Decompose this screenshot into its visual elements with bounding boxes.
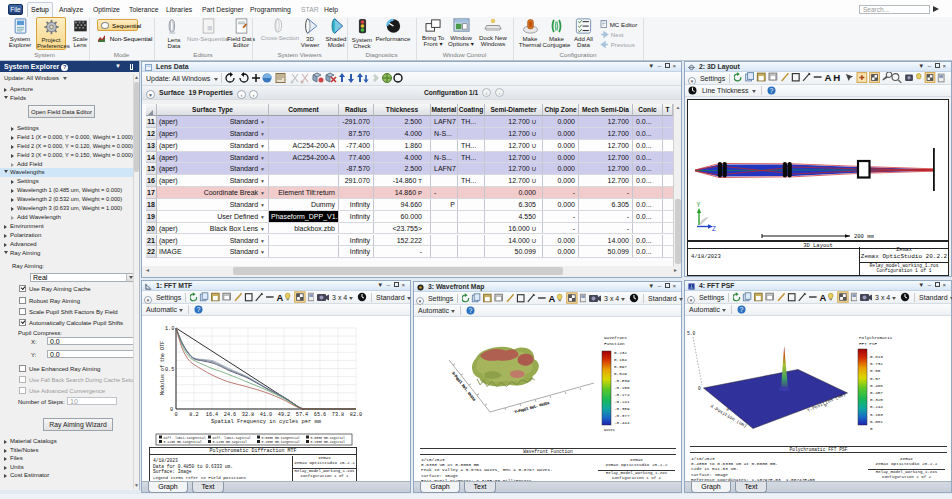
svg-text:?: ? xyxy=(197,306,201,313)
svg-text:Modulus of the OTF: Modulus of the OTF xyxy=(160,341,166,395)
svg-text:-0.309: -0.309 xyxy=(614,406,630,411)
svg-text:0: 0 xyxy=(174,412,177,418)
svg-text:0.244: 0.244 xyxy=(870,404,883,409)
svg-text:57.4: 57.4 xyxy=(296,412,308,418)
svg-text:Y: Y xyxy=(697,202,701,209)
svg-text:0.325: 0.325 xyxy=(870,397,883,402)
svg-text:0: 0 xyxy=(870,426,873,431)
svg-text:73.8: 73.8 xyxy=(332,412,344,418)
svg-text:?: ? xyxy=(469,307,473,314)
svg-text:0.65: 0.65 xyxy=(870,368,881,373)
svg-text:0.488: 0.488 xyxy=(870,383,883,388)
svg-text:0.732: 0.732 xyxy=(870,361,883,366)
svg-text:0.57: 0.57 xyxy=(870,376,881,381)
svg-text:Spatial Frequency in cycles pe: Spatial Frequency in cycles per mm xyxy=(211,419,321,425)
svg-text:0.1200 mm-sagittal: 0.1200 mm-sagittal xyxy=(213,440,248,444)
svg-text:-0.106: -0.106 xyxy=(614,385,630,390)
svg-text:A: A xyxy=(549,293,556,304)
svg-text:Wavefront: Wavefront xyxy=(604,335,628,340)
svg-text:Diff. limit-tangential: Diff. limit-tangential xyxy=(164,436,206,440)
svg-text:0.164: 0.164 xyxy=(614,357,627,362)
svg-text:?: ? xyxy=(770,87,774,94)
svg-text:0: 0 xyxy=(698,386,701,391)
svg-text:Polychromatic: Polychromatic xyxy=(859,335,893,340)
svg-text:-0.174: -0.174 xyxy=(614,392,630,397)
svg-text:0.1500 mm-tangential: 0.1500 mm-tangential xyxy=(262,440,300,444)
svg-text:-0.377: -0.377 xyxy=(614,413,630,418)
svg-text:0.0000 mm-sagittal: 0.0000 mm-sagittal xyxy=(311,436,346,440)
svg-text:A: A xyxy=(277,292,284,303)
svg-text:0.232: 0.232 xyxy=(614,350,627,355)
svg-text:0.1200 mm-tangential: 0.1200 mm-tangential xyxy=(164,440,202,444)
svg-text:24.6: 24.6 xyxy=(224,412,236,418)
svg-text:Y-Pupil Rel. Units: Y-Pupil Rel. Units xyxy=(514,401,549,414)
svg-text:200 mm: 200 mm xyxy=(854,233,875,240)
svg-text:A: A xyxy=(820,292,827,303)
svg-text:5.0: 5.0 xyxy=(687,331,696,336)
svg-text:Function: Function xyxy=(604,341,625,346)
svg-text:A: A xyxy=(825,72,832,83)
svg-text:-0.039: -0.039 xyxy=(614,378,630,383)
svg-text:0.5: 0.5 xyxy=(165,367,174,373)
svg-text:49.2: 49.2 xyxy=(278,412,290,418)
svg-text:82.0: 82.0 xyxy=(350,412,362,418)
svg-text:H: H xyxy=(833,72,840,83)
svg-text:-0.241: -0.241 xyxy=(614,399,630,404)
svg-text:0.0000 mm-tangential: 0.0000 mm-tangential xyxy=(262,436,300,440)
svg-text:Z: Z xyxy=(712,226,716,233)
svg-text:41.0: 41.0 xyxy=(260,412,272,418)
svg-text:32.8: 32.8 xyxy=(242,412,254,418)
svg-text:0.407: 0.407 xyxy=(870,390,883,395)
svg-text:X-Pupil Rel. Units: X-Pupil Rel. Units xyxy=(451,371,476,402)
svg-text:0.813: 0.813 xyxy=(870,354,883,359)
svg-text:FFT PSF: FFT PSF xyxy=(859,341,877,346)
svg-text:0.1500 mm-sagittal: 0.1500 mm-sagittal xyxy=(311,440,346,444)
svg-text:65.6: 65.6 xyxy=(314,412,326,418)
svg-text:8.2: 8.2 xyxy=(189,412,198,418)
svg-text:0.097: 0.097 xyxy=(614,364,627,369)
svg-text:1.0: 1.0 xyxy=(165,326,174,332)
svg-text:0.081: 0.081 xyxy=(870,419,883,424)
svg-text:?: ? xyxy=(740,306,744,313)
svg-text:0: 0 xyxy=(170,407,173,413)
svg-text:0.163: 0.163 xyxy=(870,412,883,417)
svg-text:16.4: 16.4 xyxy=(206,412,218,418)
svg-text:Waves: Waves xyxy=(604,428,615,432)
svg-text:Diff. limit-sagittal: Diff. limit-sagittal xyxy=(213,436,251,440)
svg-text:0.029: 0.029 xyxy=(614,371,627,376)
